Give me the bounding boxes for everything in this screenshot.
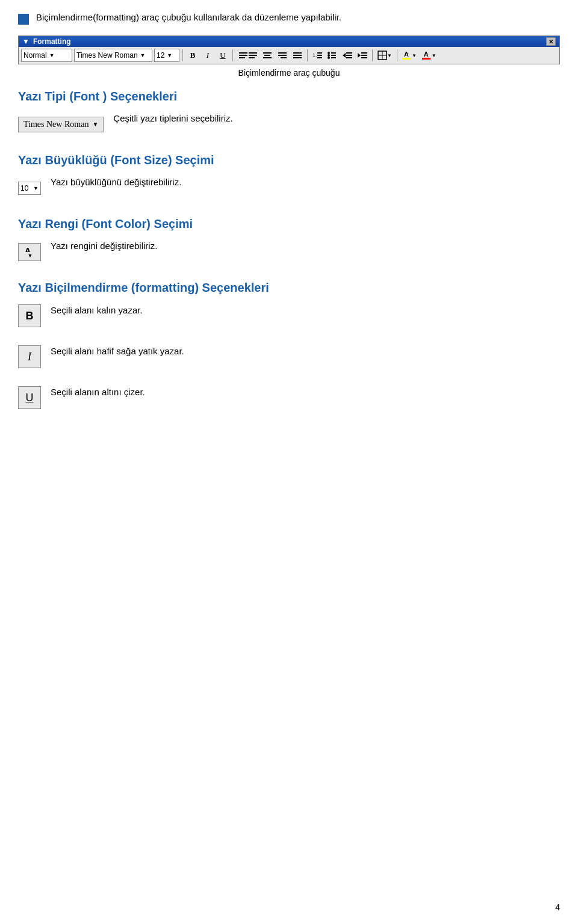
intro-text: Biçimlendirme(formatting) araç çubuğu ku… <box>36 12 341 22</box>
svg-rect-0 <box>249 52 257 54</box>
toolbar-controls-row: Normal ▼ Times New Roman ▼ 12 ▼ B I U <box>19 47 559 64</box>
italic-sample-box[interactable]: I <box>18 345 41 368</box>
svg-rect-19 <box>331 52 336 54</box>
separator-4 <box>372 49 373 61</box>
svg-rect-8 <box>281 57 287 58</box>
formatting-options-section: Yazı Biçilmendirme (formatting) Seçenekl… <box>18 281 560 409</box>
bullet-list-button[interactable] <box>326 49 339 62</box>
underline-button[interactable]: U <box>216 49 229 62</box>
italic-description: Seçili alanı hafif sağa yatık yazar. <box>51 346 184 356</box>
size-content-row: 10 ▼ Yazı büyüklüğünü değiştirebiliriz. <box>18 177 560 199</box>
bullet-icon <box>18 14 29 25</box>
align-center-svg <box>263 52 272 59</box>
italic-button[interactable]: I <box>201 49 214 62</box>
svg-rect-7 <box>278 55 287 56</box>
table-dropdown-arrow: ▼ <box>387 53 392 58</box>
highlight-icon: A <box>402 51 411 60</box>
toolbar-close-button[interactable]: ✕ <box>546 37 556 46</box>
bold-sample-box[interactable]: B <box>18 304 41 327</box>
align-left-icon <box>238 51 249 60</box>
svg-rect-14 <box>317 55 322 56</box>
collapse-icon[interactable]: ▼ <box>22 37 30 46</box>
separator-3 <box>307 49 308 61</box>
size-section: Yazı Büyüklüğü (Font Size) Seçimi 10 ▼ Y… <box>18 153 560 199</box>
bold-sample-label: B <box>26 310 34 322</box>
table-button[interactable]: ▼ <box>376 49 394 62</box>
svg-rect-9 <box>293 52 302 54</box>
align-left-svg <box>249 52 257 59</box>
font-section: Yazı Tipi (Font ) Seçenekleri Times New … <box>18 90 560 135</box>
increase-indent-button[interactable] <box>356 49 369 62</box>
justify-button[interactable] <box>291 49 304 62</box>
align-right-button[interactable] <box>276 49 289 62</box>
svg-rect-23 <box>346 52 352 54</box>
color-box-arrow: ▼ <box>28 253 33 259</box>
align-right-svg <box>278 52 287 59</box>
font-size-box[interactable]: 10 ▼ <box>18 182 41 195</box>
underline-description: Seçili alanın altını çizer. <box>51 387 145 397</box>
svg-rect-28 <box>361 55 367 56</box>
bold-description: Seçili alanı kalın yazar. <box>51 305 143 315</box>
style-dropdown-arrow: ▼ <box>49 52 55 58</box>
highlight-dropdown-arrow: ▼ <box>412 53 417 58</box>
toolbar-label-center: Biçimlendirme araç çubuğu <box>18 67 560 78</box>
color-section: Yazı Rengi (Font Color) Seçimi A ▼ Yazı … <box>18 217 560 263</box>
svg-text:A: A <box>25 246 31 252</box>
svg-rect-1 <box>249 55 257 56</box>
bold-button[interactable]: B <box>186 49 199 62</box>
svg-rect-25 <box>346 57 352 58</box>
color-content-row: A ▼ Yazı rengini değiştirebiliriz. <box>18 241 560 263</box>
svg-rect-10 <box>293 55 302 56</box>
italic-sample-label: I <box>28 351 31 363</box>
svg-rect-27 <box>361 52 367 54</box>
font-color-a-icon: A <box>23 245 36 252</box>
increase-indent-icon <box>358 51 367 60</box>
highlight-button[interactable]: A ▼ <box>400 49 418 62</box>
font-color-sample-box[interactable]: A ▼ <box>18 243 41 261</box>
size-section-header: Yazı Büyüklüğü (Font Size) Seçimi <box>18 153 560 167</box>
color-section-header: Yazı Rengi (Font Color) Seçimi <box>18 217 560 231</box>
bold-row: B Seçili alanı kalın yazar. <box>18 304 560 327</box>
formatting-toolbar: ▼ Formatting ✕ Normal ▼ Times New Roman … <box>18 35 560 64</box>
svg-rect-29 <box>361 57 367 58</box>
svg-point-16 <box>328 52 330 54</box>
size-description: Yazı büyüklüğünü değiştirebiliriz. <box>51 177 181 187</box>
font-sample-text: Times New Roman <box>23 120 89 129</box>
numbered-list-button[interactable]: 1. <box>311 49 324 62</box>
font-sample-box[interactable]: Times New Roman ▼ <box>18 117 104 132</box>
color-description: Yazı rengini değiştirebiliriz. <box>51 241 157 251</box>
size-dropdown[interactable]: 12 ▼ <box>154 49 179 62</box>
numbered-list-icon: 1. <box>312 51 322 60</box>
svg-rect-20 <box>331 55 336 56</box>
font-size-value: 10 <box>20 184 28 192</box>
align-center-button[interactable] <box>261 49 274 62</box>
separator-2 <box>232 49 233 61</box>
justify-svg <box>293 52 302 59</box>
size-value: 12 <box>157 51 164 60</box>
page-number: 4 <box>555 902 560 912</box>
style-dropdown[interactable]: Normal ▼ <box>21 49 72 62</box>
font-dropdown-arrow: ▼ <box>140 52 146 58</box>
decrease-indent-icon <box>343 51 352 60</box>
toolbar-titlebar: ▼ Formatting ✕ <box>19 36 559 47</box>
align-left-button[interactable] <box>236 49 259 62</box>
separator-1 <box>182 49 183 61</box>
formatting-options-header: Yazı Biçilmendirme (formatting) Seçenekl… <box>18 281 560 295</box>
italic-row: I Seçili alanı hafif sağa yatık yazar. <box>18 345 560 368</box>
svg-rect-5 <box>263 57 272 58</box>
svg-rect-3 <box>263 52 272 54</box>
font-color-dropdown-arrow: ▼ <box>432 53 437 58</box>
toolbar-title-left: ▼ Formatting <box>22 37 71 46</box>
underline-row: U Seçili alanın altını çizer. <box>18 386 560 409</box>
font-color-button[interactable]: A ▼ <box>420 49 438 62</box>
font-dropdown[interactable]: Times New Roman ▼ <box>74 49 152 62</box>
svg-marker-22 <box>343 53 346 58</box>
svg-rect-6 <box>278 52 287 54</box>
font-content-row: Times New Roman ▼ Çeşitli yazı tiplerini… <box>18 113 560 135</box>
toolbar-title: Formatting <box>33 37 71 46</box>
svg-rect-24 <box>346 55 352 56</box>
underline-sample-box[interactable]: U <box>18 386 41 409</box>
style-value: Normal <box>23 51 47 60</box>
separator-5 <box>397 49 397 61</box>
decrease-indent-button[interactable] <box>341 49 354 62</box>
